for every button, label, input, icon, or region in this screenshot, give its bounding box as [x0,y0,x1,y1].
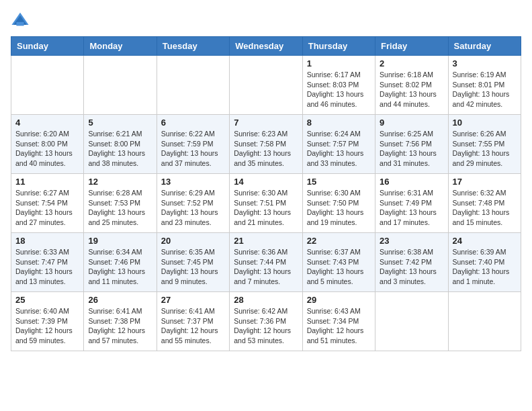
day-number: 3 [453,58,517,68]
calendar-cell: 5Sunrise: 6:21 AM Sunset: 8:00 PM Daylig… [84,115,157,174]
calendar-cell: 4Sunrise: 6:20 AM Sunset: 8:00 PM Daylig… [11,115,84,174]
day-info: Sunrise: 6:17 AM Sunset: 8:03 PM Dayligh… [307,70,371,109]
day-info: Sunrise: 6:30 AM Sunset: 7:51 PM Dayligh… [234,188,298,228]
calendar-cell [230,56,302,115]
calendar-cell: 1Sunrise: 6:17 AM Sunset: 8:03 PM Daylig… [302,56,375,115]
calendar-cell: 27Sunrise: 6:41 AM Sunset: 7:37 PM Dayli… [157,292,229,351]
calendar-cell: 7Sunrise: 6:23 AM Sunset: 7:58 PM Daylig… [230,115,302,174]
day-info: Sunrise: 6:21 AM Sunset: 8:00 PM Dayligh… [88,129,152,169]
day-number: 16 [380,177,443,187]
calendar-cell: 16Sunrise: 6:31 AM Sunset: 7:49 PM Dayli… [375,174,448,233]
day-number: 15 [307,177,371,187]
day-number: 20 [161,236,225,246]
day-number: 29 [307,295,371,305]
calendar-cell: 10Sunrise: 6:26 AM Sunset: 7:55 PM Dayli… [448,115,521,174]
calendar-table: SundayMondayTuesdayWednesdayThursdayFrid… [11,36,521,351]
day-info: Sunrise: 6:19 AM Sunset: 8:01 PM Dayligh… [453,70,517,109]
header-sunday: Sunday [11,37,84,56]
day-info: Sunrise: 6:31 AM Sunset: 7:49 PM Dayligh… [380,188,443,228]
calendar-cell: 25Sunrise: 6:40 AM Sunset: 7:39 PM Dayli… [11,292,84,351]
day-number: 19 [88,236,152,246]
calendar-cell: 14Sunrise: 6:30 AM Sunset: 7:51 PM Dayli… [230,174,302,233]
calendar-cell: 24Sunrise: 6:39 AM Sunset: 7:40 PM Dayli… [448,233,521,292]
day-number: 7 [234,118,298,128]
calendar-cell: 8Sunrise: 6:24 AM Sunset: 7:57 PM Daylig… [302,115,375,174]
day-number: 18 [15,236,79,246]
day-number: 5 [88,118,152,128]
day-info: Sunrise: 6:40 AM Sunset: 7:39 PM Dayligh… [15,306,79,346]
calendar-cell: 28Sunrise: 6:42 AM Sunset: 7:36 PM Dayli… [230,292,302,351]
day-info: Sunrise: 6:36 AM Sunset: 7:44 PM Dayligh… [234,247,298,287]
day-number: 10 [453,118,517,128]
day-info: Sunrise: 6:26 AM Sunset: 7:55 PM Dayligh… [453,129,517,169]
day-info: Sunrise: 6:24 AM Sunset: 7:57 PM Dayligh… [307,129,371,169]
calendar-cell [11,56,84,115]
header-wednesday: Wednesday [230,37,302,56]
day-number: 24 [453,236,517,246]
header-monday: Monday [84,37,157,56]
calendar-cell: 12Sunrise: 6:28 AM Sunset: 7:53 PM Dayli… [84,174,157,233]
day-number: 25 [15,295,79,305]
header-friday: Friday [375,37,448,56]
week-row-3: 11Sunrise: 6:27 AM Sunset: 7:54 PM Dayli… [11,174,521,233]
day-number: 1 [307,58,371,68]
day-number: 11 [15,177,79,187]
calendar-cell [448,292,521,351]
day-number: 8 [307,118,371,128]
day-info: Sunrise: 6:35 AM Sunset: 7:45 PM Dayligh… [161,247,225,287]
calendar-cell: 23Sunrise: 6:38 AM Sunset: 7:42 PM Dayli… [375,233,448,292]
day-info: Sunrise: 6:41 AM Sunset: 7:38 PM Dayligh… [88,306,152,346]
day-info: Sunrise: 6:37 AM Sunset: 7:43 PM Dayligh… [307,247,371,287]
week-row-2: 4Sunrise: 6:20 AM Sunset: 8:00 PM Daylig… [11,115,521,174]
day-info: Sunrise: 6:30 AM Sunset: 7:50 PM Dayligh… [307,188,371,228]
day-number: 6 [161,118,225,128]
day-number: 23 [380,236,443,246]
day-number: 9 [380,118,443,128]
day-info: Sunrise: 6:20 AM Sunset: 8:00 PM Dayligh… [15,129,79,169]
week-row-5: 25Sunrise: 6:40 AM Sunset: 7:39 PM Dayli… [11,292,521,351]
day-info: Sunrise: 6:25 AM Sunset: 7:56 PM Dayligh… [380,129,443,169]
week-row-1: 1Sunrise: 6:17 AM Sunset: 8:03 PM Daylig… [11,56,521,115]
calendar-cell: 15Sunrise: 6:30 AM Sunset: 7:50 PM Dayli… [302,174,375,233]
calendar-cell: 29Sunrise: 6:43 AM Sunset: 7:34 PM Dayli… [302,292,375,351]
calendar-cell: 3Sunrise: 6:19 AM Sunset: 8:01 PM Daylig… [448,56,521,115]
day-info: Sunrise: 6:39 AM Sunset: 7:40 PM Dayligh… [453,247,517,287]
day-info: Sunrise: 6:18 AM Sunset: 8:02 PM Dayligh… [380,70,443,109]
header-saturday: Saturday [448,37,521,56]
day-info: Sunrise: 6:32 AM Sunset: 7:48 PM Dayligh… [453,188,517,228]
day-info: Sunrise: 6:27 AM Sunset: 7:54 PM Dayligh… [15,188,79,228]
calendar-cell: 26Sunrise: 6:41 AM Sunset: 7:38 PM Dayli… [84,292,157,351]
day-info: Sunrise: 6:34 AM Sunset: 7:46 PM Dayligh… [88,247,152,287]
day-number: 13 [161,177,225,187]
day-number: 22 [307,236,371,246]
calendar-cell: 20Sunrise: 6:35 AM Sunset: 7:45 PM Dayli… [157,233,229,292]
header [11,11,521,30]
day-info: Sunrise: 6:23 AM Sunset: 7:58 PM Dayligh… [234,129,298,169]
day-info: Sunrise: 6:41 AM Sunset: 7:37 PM Dayligh… [161,306,225,346]
calendar-header-row: SundayMondayTuesdayWednesdayThursdayFrid… [11,37,521,56]
day-info: Sunrise: 6:28 AM Sunset: 7:53 PM Dayligh… [88,188,152,228]
calendar-cell [84,56,157,115]
day-info: Sunrise: 6:22 AM Sunset: 7:59 PM Dayligh… [161,129,225,169]
day-number: 27 [161,295,225,305]
calendar-cell: 2Sunrise: 6:18 AM Sunset: 8:02 PM Daylig… [375,56,448,115]
calendar-cell: 9Sunrise: 6:25 AM Sunset: 7:56 PM Daylig… [375,115,448,174]
day-number: 4 [15,118,79,128]
week-row-4: 18Sunrise: 6:33 AM Sunset: 7:47 PM Dayli… [11,233,521,292]
calendar-cell: 11Sunrise: 6:27 AM Sunset: 7:54 PM Dayli… [11,174,84,233]
day-number: 26 [88,295,152,305]
svg-rect-2 [16,22,24,26]
logo [11,11,32,30]
day-info: Sunrise: 6:33 AM Sunset: 7:47 PM Dayligh… [15,247,79,287]
day-number: 2 [380,58,443,68]
calendar-cell: 13Sunrise: 6:29 AM Sunset: 7:52 PM Dayli… [157,174,229,233]
header-thursday: Thursday [302,37,375,56]
calendar-cell: 19Sunrise: 6:34 AM Sunset: 7:46 PM Dayli… [84,233,157,292]
calendar-cell: 6Sunrise: 6:22 AM Sunset: 7:59 PM Daylig… [157,115,229,174]
calendar-cell: 17Sunrise: 6:32 AM Sunset: 7:48 PM Dayli… [448,174,521,233]
calendar-cell: 21Sunrise: 6:36 AM Sunset: 7:44 PM Dayli… [230,233,302,292]
calendar-cell [157,56,229,115]
day-number: 17 [453,177,517,187]
day-number: 28 [234,295,298,305]
header-tuesday: Tuesday [157,37,229,56]
